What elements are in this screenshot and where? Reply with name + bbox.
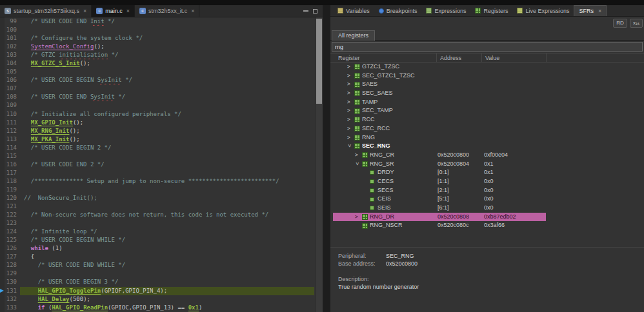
- read-register-button[interactable]: RD: [613, 19, 627, 28]
- line-number[interactable]: 116: [5, 161, 20, 169]
- register-row-sec-gtzc1-tzsc[interactable]: >SEC_GTZC1_TZSC: [333, 72, 546, 81]
- code-line[interactable]: 103 /* GTZC initialisation */: [0, 51, 323, 59]
- view-tab-expressions[interactable]: Expressions: [421, 5, 470, 16]
- tab-all-registers[interactable]: All registers: [332, 30, 375, 41]
- code-line[interactable]: 121: [0, 202, 323, 211]
- register-row-secs[interactable]: SECS[2:1]0x0: [333, 186, 546, 195]
- expand-icon[interactable]: >: [347, 89, 351, 98]
- line-number[interactable]: 109: [5, 101, 20, 110]
- code-line[interactable]: 119: [0, 186, 323, 194]
- code-line[interactable]: 129: [0, 269, 323, 278]
- register-row-rng-sr[interactable]: >RNG_SR0x520c08040x1: [333, 160, 546, 169]
- code-line[interactable]: 130 /* USER CODE BEGIN 3 */: [0, 278, 323, 286]
- line-number[interactable]: 122: [5, 211, 20, 219]
- code-line[interactable]: 114 /* USER CODE BEGIN 2 */: [0, 144, 323, 152]
- line-number[interactable]: 99: [5, 17, 20, 26]
- line-number[interactable]: 115: [5, 152, 20, 161]
- code-line[interactable]: 117: [0, 169, 323, 177]
- expand-icon[interactable]: >: [347, 106, 351, 115]
- code-line[interactable]: 107: [0, 84, 323, 93]
- code-line[interactable]: 122 /* Non-secure software does not retu…: [0, 211, 323, 219]
- code-line[interactable]: 113 MX_PKA_Init();: [0, 135, 323, 144]
- code-editor[interactable]: 99 /* USER CODE END Init */100101 /* Con…: [0, 17, 323, 312]
- close-tab-icon[interactable]: ×: [191, 8, 194, 14]
- pane-splitter[interactable]: [323, 5, 330, 312]
- register-row-sec-saes[interactable]: >SEC_SAES: [333, 89, 546, 98]
- code-line[interactable]: 127 {: [0, 253, 323, 261]
- code-line[interactable]: 105: [0, 68, 323, 76]
- line-number[interactable]: 107: [5, 84, 20, 93]
- view-tab-breakpoints[interactable]: Breakpoints: [374, 5, 422, 16]
- code-line[interactable]: 99 /* USER CODE END Init */: [0, 17, 323, 26]
- line-number[interactable]: 108: [5, 93, 20, 101]
- minimize-icon[interactable]: [303, 10, 308, 12]
- register-search-input[interactable]: [332, 42, 643, 52]
- register-row-ceis[interactable]: CEIS[5:1]0x0: [333, 195, 546, 204]
- line-number[interactable]: 120: [5, 194, 20, 202]
- expand-icon[interactable]: >: [347, 115, 351, 124]
- line-number[interactable]: 114: [5, 144, 20, 152]
- line-number[interactable]: 123: [5, 219, 20, 228]
- line-number[interactable]: 118: [5, 177, 20, 186]
- register-row-saes[interactable]: >SAES: [333, 80, 546, 89]
- code-line[interactable]: 102 SystemClock_Config();: [0, 43, 323, 51]
- register-row-rcc[interactable]: >RCC: [333, 115, 546, 124]
- code-line[interactable]: 125 /* USER CODE BEGIN WHILE */: [0, 236, 323, 244]
- line-number[interactable]: 105: [5, 68, 20, 76]
- code-line[interactable]: 108 /* USER CODE END SysInit */: [0, 93, 323, 101]
- view-tab-variables[interactable]: Variables: [333, 5, 374, 16]
- code-line[interactable]: 106 /* USER CODE BEGIN SysInit */: [0, 76, 323, 84]
- view-tab-registers[interactable]: Registers: [470, 5, 512, 16]
- line-number[interactable]: 131: [5, 287, 20, 295]
- scrollbar-thumb[interactable]: [316, 19, 322, 104]
- maximize-icon[interactable]: [313, 9, 317, 14]
- code-line[interactable]: 112 MX_RNG_Init();: [0, 127, 323, 135]
- line-number[interactable]: 106: [5, 76, 20, 84]
- line-number[interactable]: 125: [5, 236, 20, 244]
- editor-tab-startup-stm32h573iikxq-s[interactable]: sstartup_stm32h573iikxq.s×: [0, 5, 92, 17]
- line-number[interactable]: 126: [5, 244, 20, 253]
- close-tab-icon[interactable]: ×: [126, 8, 130, 14]
- line-number[interactable]: 104: [5, 59, 20, 68]
- column-value[interactable]: Value: [485, 55, 499, 61]
- code-line[interactable]: 111 MX_GPIO_Init();: [0, 119, 323, 127]
- line-number[interactable]: 133: [5, 304, 20, 312]
- line-number[interactable]: 119: [5, 186, 20, 194]
- line-number[interactable]: 124: [5, 228, 20, 236]
- line-number[interactable]: 111: [5, 119, 20, 127]
- code-line[interactable]: 133 if (HAL_GPIO_ReadPin(GPIOC,GPIO_PIN_…: [0, 304, 323, 312]
- line-number[interactable]: 132: [5, 295, 20, 304]
- expand-icon[interactable]: >: [347, 98, 351, 107]
- hex-format-button[interactable]: x₁₆: [630, 19, 643, 28]
- register-row-seis[interactable]: SEIS[6:1]0x0: [333, 204, 546, 213]
- line-number[interactable]: 129: [5, 269, 20, 278]
- code-line[interactable]: 124 /* Infinite loop */: [0, 228, 323, 236]
- column-address[interactable]: Address: [440, 55, 461, 61]
- code-line[interactable]: 132 HAL_Delay(500);: [0, 295, 323, 304]
- editor-tab-stm32h5xx-it-c[interactable]: cstm32h5xx_it.c×: [135, 5, 199, 17]
- register-row-gtzc1-tzsc[interactable]: >GTZC1_TZSC: [333, 63, 546, 72]
- close-view-icon[interactable]: ×: [598, 8, 601, 14]
- register-row-rng-cr[interactable]: >RNG_CR0x520c08000xf00e04: [333, 151, 546, 160]
- code-line[interactable]: 120// NonSecure_Init();: [0, 194, 323, 202]
- line-number[interactable]: 110: [5, 110, 20, 119]
- column-register[interactable]: Register: [338, 55, 360, 61]
- line-number[interactable]: 113: [5, 135, 20, 144]
- code-line[interactable]: 101 /* Configure the system clock */: [0, 34, 323, 43]
- register-row-drdy[interactable]: DRDY[0:1]0x1: [333, 168, 546, 177]
- expand-icon[interactable]: >: [347, 80, 351, 89]
- expand-icon[interactable]: >: [347, 72, 351, 81]
- register-row-rng-dr[interactable]: >RNG_DR0x520c08080xb87edb02: [333, 213, 546, 222]
- line-number[interactable]: 130: [5, 278, 20, 286]
- code-line[interactable]: 126 while (1): [0, 244, 323, 253]
- line-number[interactable]: 128: [5, 261, 20, 269]
- editor-scrollbar[interactable]: [315, 17, 323, 312]
- code-line[interactable]: 128 /* USER CODE END WHILE */: [0, 261, 323, 269]
- code-line[interactable]: 110 /* Initialize all configured periphe…: [0, 110, 323, 119]
- expand-icon[interactable]: >: [347, 133, 351, 142]
- line-number[interactable]: 112: [5, 127, 20, 135]
- code-line[interactable]: 109: [0, 101, 323, 110]
- register-row-sec-rcc[interactable]: >SEC_RCC: [333, 124, 546, 133]
- code-line[interactable]: 104 MX_GTZC_S_Init();: [0, 59, 323, 68]
- code-line[interactable]: 131 HAL_GPIO_TogglePin(GPIOF,GPIO_PIN_4)…: [0, 287, 323, 295]
